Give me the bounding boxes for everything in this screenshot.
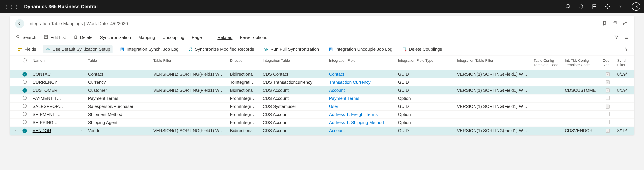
row-select-radio[interactable] xyxy=(23,104,27,108)
list-view-icon[interactable] xyxy=(624,35,629,40)
table-row[interactable]: CONTACTContactVERSION(1) SORTING(Field1)… xyxy=(10,70,634,78)
row-select-radio[interactable] xyxy=(23,112,27,116)
fields-button[interactable]: Fields xyxy=(15,45,38,53)
help-icon[interactable] xyxy=(617,3,624,10)
page-header-actions xyxy=(602,21,627,26)
cell-integration-table-filter xyxy=(455,94,531,102)
row-menu-icon[interactable] xyxy=(77,86,86,94)
cell-synch-filter xyxy=(615,119,634,127)
cell-integration-field: Account xyxy=(327,86,396,94)
bookmark-icon[interactable] xyxy=(602,21,607,26)
cell-direction: FromIntegr… xyxy=(228,94,260,102)
col-integration-field[interactable]: Integration Field xyxy=(327,56,396,70)
back-button[interactable] xyxy=(15,19,24,28)
table-row[interactable]: PAYMENT T…Payment TermsFromIntegr…CDS Ac… xyxy=(10,94,634,102)
job-log-button[interactable]: Integration Synch. Job Log xyxy=(117,45,181,53)
col-synch-filter[interactable]: Synch. Filter xyxy=(615,56,634,70)
uncouple-log-button[interactable]: Integration Uncouple Job Log xyxy=(326,45,395,53)
row-name: PAYMENT T… xyxy=(32,96,61,101)
pin-icon[interactable] xyxy=(624,46,629,52)
sync-modified-button[interactable]: Synchronize Modified Records xyxy=(186,45,256,53)
row-selected-icon[interactable] xyxy=(22,128,27,133)
col-direction[interactable]: Direction xyxy=(228,56,260,70)
row-select-radio[interactable] xyxy=(23,96,27,100)
related-menu[interactable]: Related xyxy=(217,33,233,42)
col-integration-table[interactable]: Integration Table xyxy=(260,56,327,70)
fewer-options-label: Fewer options xyxy=(240,35,267,40)
cell-synch-filter: 8/19/ xyxy=(615,127,634,135)
fewer-options-button[interactable]: Fewer options xyxy=(239,33,268,42)
col-int-tbl-config-code[interactable]: Int. Tbl. Config Template Code xyxy=(562,56,600,70)
table-row[interactable]: SHIPPING …Shipping AgentFromIntegr…CDS A… xyxy=(10,119,634,127)
cell-int-tbl-config-code: CDSVENDOR xyxy=(562,127,600,135)
edit-list-button[interactable]: Edit List xyxy=(43,33,66,42)
cell-direction: FromIntegr… xyxy=(228,102,260,110)
delete-button[interactable]: Delete xyxy=(72,33,93,42)
row-selected-icon[interactable] xyxy=(22,72,27,76)
row-menu-icon[interactable] xyxy=(77,94,86,102)
popout-icon[interactable] xyxy=(612,21,617,26)
synchronization-label: Synchronization xyxy=(100,35,131,40)
cell-integration-table: CDS Contact xyxy=(260,70,327,78)
cell-integration-table: CDS Account xyxy=(260,94,327,102)
cell-int-tbl-config-code xyxy=(562,102,600,110)
flag-icon[interactable] xyxy=(591,3,598,10)
table-row[interactable]: SHIPMENT …Shipment MethodFromIntegr…CDS … xyxy=(10,110,634,119)
run-full-sync-button[interactable]: Run Full Synchronization xyxy=(261,45,321,53)
col-table-filter[interactable]: Table Filter xyxy=(151,56,228,70)
page-menu[interactable]: Page xyxy=(191,33,202,42)
search-icon[interactable] xyxy=(565,3,572,10)
row-selected-icon[interactable] xyxy=(22,88,27,93)
row-select-radio[interactable] xyxy=(23,80,27,84)
use-default-setup-button[interactable]: Use Default Sy...ization Setup xyxy=(43,45,112,53)
row-menu-icon[interactable] xyxy=(77,70,86,78)
row-menu-icon[interactable] xyxy=(77,102,86,110)
row-name: SALESPEOP… xyxy=(32,104,63,109)
col-integration-table-filter[interactable]: Integration Table Filter xyxy=(455,56,531,70)
search-button[interactable]: Search xyxy=(15,33,37,42)
row-name: CONTACT xyxy=(32,72,53,77)
col-integration-field-type[interactable]: Integration Field Type xyxy=(396,56,455,70)
bell-icon[interactable] xyxy=(578,3,585,10)
row-name: CURRENCY xyxy=(32,80,57,85)
app-launcher-icon[interactable]: ⋮⋮⋮ xyxy=(4,4,19,10)
svg-rect-4 xyxy=(613,22,616,25)
cell-int-tbl-config-code xyxy=(562,94,600,102)
cell-integration-field: Account xyxy=(327,127,396,135)
table-row[interactable]: SALESPEOP…Salesperson/PurchaserFromInteg… xyxy=(10,102,634,110)
row-menu-icon[interactable] xyxy=(77,119,86,127)
cell-table-filter: VERSION(1) SORTING(Field1) W… xyxy=(151,86,228,94)
cell-table-filter: VERSION(1) SORTING(Field1) W… xyxy=(151,127,228,135)
row-menu-icon[interactable] xyxy=(77,78,86,86)
cell-integration-table-filter xyxy=(455,78,531,86)
cell-direction: Bidirectional xyxy=(228,86,260,94)
row-menu-icon[interactable] xyxy=(77,110,86,119)
row-menu-icon[interactable]: ⋮ xyxy=(77,127,86,135)
mapping-menu[interactable]: Mapping xyxy=(138,33,156,42)
col-couple-records[interactable]: Cou... Rec... xyxy=(600,56,615,70)
table-row[interactable]: CUSTOMERCustomerVERSION(1) SORTING(Field… xyxy=(10,86,634,94)
row-select-radio[interactable] xyxy=(23,120,27,124)
col-name[interactable]: Name ↑ xyxy=(30,56,77,70)
row-pointer xyxy=(10,110,19,119)
uncoupling-menu[interactable]: Uncoupling xyxy=(162,33,185,42)
page-header: Integration Table Mappings | Work Date: … xyxy=(10,16,634,31)
col-select-all[interactable] xyxy=(19,56,30,70)
col-table-config-code[interactable]: Table Config Template Code xyxy=(531,56,562,70)
filter-icon[interactable] xyxy=(614,35,619,40)
synchronization-menu[interactable]: Synchronization xyxy=(99,33,132,42)
table-row[interactable]: →VENDOR⋮VendorVERSION(1) SORTING(Field1)… xyxy=(10,127,634,135)
row-pointer xyxy=(10,78,19,86)
avatar[interactable]: IK xyxy=(632,2,640,11)
col-table[interactable]: Table xyxy=(86,56,151,70)
row-name-link[interactable]: VENDOR xyxy=(32,128,51,133)
cell-table-config-code xyxy=(531,78,562,86)
row-pointer xyxy=(10,119,19,127)
delete-couplings-button[interactable]: Delete Couplings xyxy=(400,45,444,53)
collapse-icon[interactable] xyxy=(622,21,627,26)
svg-point-0 xyxy=(566,4,569,8)
cell-synch-filter xyxy=(615,110,634,119)
table-row[interactable]: CURRENCYCurrencyToIntegrati…CDS Transact… xyxy=(10,78,634,86)
gear-icon[interactable] xyxy=(604,3,611,10)
run-full-sync-label: Run Full Synchronization xyxy=(270,47,319,52)
